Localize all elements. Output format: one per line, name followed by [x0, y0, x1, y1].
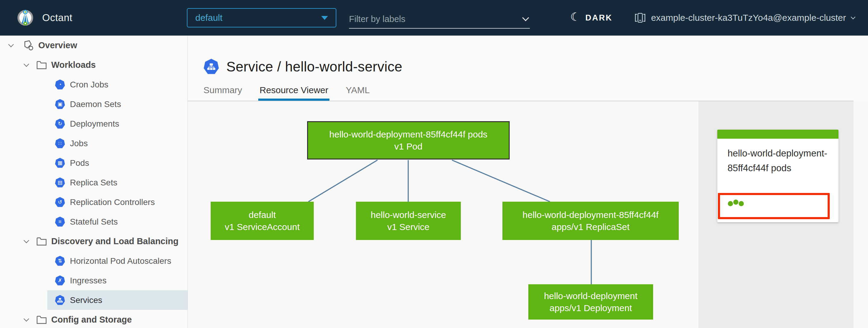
sidebar-item-label: Pods [70, 158, 89, 168]
sidebar-item-label: Deployments [70, 119, 119, 129]
pod-status-highlight-box[interactable] [718, 193, 830, 219]
tab-bar: Summary Resource Viewer YAML [204, 85, 370, 101]
pod-status-dot [733, 200, 738, 205]
sidebar-item-jobs[interactable]: ∷ Jobs [47, 133, 187, 153]
service-kind-icon [204, 59, 219, 74]
node-label: hello-world-service [371, 209, 446, 221]
node-kind: v1 Pod [394, 141, 422, 153]
sidebar-group-workloads[interactable]: Workloads [0, 55, 187, 75]
graph-node-serviceaccount[interactable]: default v1 ServiceAccount [211, 202, 314, 240]
sidebar-item-deployments[interactable]: ↻ Deployments [47, 114, 187, 133]
brand: Octant [17, 9, 187, 26]
node-label: default [249, 209, 276, 221]
pods-icon: ▦ [55, 158, 65, 168]
app-title: Octant [42, 12, 72, 24]
sidebar-item-cron-jobs[interactable]: ◔ Cron Jobs [47, 75, 187, 94]
replicationcontrollers-icon: ↺ [55, 197, 65, 207]
services-icon [55, 295, 65, 305]
node-label: hello-world-deployment-85ff4cf44f [523, 209, 658, 221]
ingresses-icon: ✗ [55, 275, 65, 286]
tab-yaml[interactable]: YAML [346, 85, 370, 101]
sidebar-item-replica-sets[interactable]: ▤ Replica Sets [47, 173, 187, 192]
sidebar-item-replication-controllers[interactable]: ↺ Replication Controllers [47, 192, 187, 212]
folder-icon [36, 237, 47, 246]
resource-graph: hello-world-deployment-85ff4cf44f pods v… [188, 101, 698, 328]
horizontalpodautoscalers-icon: ⇅ [55, 256, 65, 266]
sidebar-item-label: Discovery and Load Balancing [51, 236, 179, 246]
pod-status-dot [739, 201, 744, 206]
graph-node-replicaset[interactable]: hello-world-deployment-85ff4cf44f apps/v… [502, 202, 679, 240]
replicasets-icon: ▤ [55, 178, 65, 188]
daemonsets-icon: ▣ [55, 99, 65, 110]
sidebar-item-pods[interactable]: ▦ Pods [47, 153, 187, 173]
sidebar-item-label: Stateful Sets [70, 217, 118, 227]
page-title: Service / hello-world-service [226, 58, 402, 75]
node-kind: v1 ServiceAccount [225, 221, 300, 233]
chevron-down-icon [851, 14, 856, 19]
sidebar-item-label: Cron Jobs [70, 80, 108, 90]
graph-node-deployment[interactable]: hello-world-deployment apps/v1 Deploymen… [528, 284, 653, 320]
caret-down-icon [321, 16, 328, 20]
deployments-icon: ↻ [55, 119, 65, 129]
theme-toggle-label: DARK [585, 13, 613, 23]
card-title: hello-world-deployment-85ff4cf44f pods [727, 146, 828, 175]
sidebar-item-label: Ingresses [70, 276, 106, 286]
octant-logo-icon [17, 9, 34, 26]
sidebar-item-label: Replication Controllers [70, 198, 155, 207]
scrollbar-track[interactable] [854, 101, 868, 328]
chevron-down-icon[interactable] [24, 61, 29, 67]
cluster-icon [635, 12, 646, 24]
sidebar-group-discovery-and-load-balancing[interactable]: Discovery and Load Balancing [0, 232, 187, 251]
jobs-icon: ∷ [55, 138, 65, 149]
node-label: hello-world-deployment [544, 290, 638, 302]
sidebar-item-label: Horizontal Pod Autoscalers [70, 256, 171, 266]
chevron-down-icon[interactable] [24, 316, 29, 321]
sidebar-item-label: Jobs [70, 139, 88, 148]
graph-node-pods[interactable]: hello-world-deployment-85ff4cf44f pods v… [307, 121, 510, 159]
tab-summary[interactable]: Summary [204, 85, 242, 101]
chevron-down-icon[interactable] [522, 14, 529, 21]
top-navbar: Octant default ☾ DARK example-cluster-ka… [0, 0, 868, 36]
moon-icon: ☾ [570, 11, 581, 23]
navbar-right: ☾ DARK example-cluster-ka3TuTzYo4a@examp… [570, 12, 855, 24]
sidebar-item-label: Daemon Sets [70, 99, 121, 109]
sidebar-item-horizontal-pod-autoscalers[interactable]: ⇅ Horizontal Pod Autoscalers [47, 251, 187, 271]
sidebar-item-label: Workloads [51, 60, 96, 70]
selected-node-card: hello-world-deployment-85ff4cf44f pods [717, 130, 838, 222]
label-filter-input[interactable] [349, 14, 523, 24]
namespace-dropdown[interactable]: default [187, 8, 336, 27]
cluster-selector[interactable]: example-cluster-ka3TuTzYo4a@example-clus… [635, 12, 855, 24]
sidebar-item-overview[interactable]: Overview [0, 36, 187, 55]
sidebar-item-label: Replica Sets [70, 178, 117, 187]
chevron-down-icon[interactable] [8, 41, 13, 47]
tab-resource-viewer[interactable]: Resource Viewer [259, 85, 328, 101]
node-kind: apps/v1 Deployment [550, 302, 632, 314]
cluster-name: example-cluster-ka3TuTzYo4a@example-clus… [651, 13, 846, 23]
folder-icon [36, 60, 47, 70]
pod-status-dot [728, 201, 733, 206]
sidebar-item-label: Services [70, 295, 102, 305]
sidebar-item-ingresses[interactable]: ✗ Ingresses [47, 271, 187, 290]
sidebar-group-config-and-storage[interactable]: Config and Storage [0, 310, 187, 328]
sidebar-item-label: Overview [38, 40, 77, 50]
chevron-down-icon[interactable] [24, 238, 29, 243]
detail-panel: hello-world-deployment-85ff4cf44f pods [698, 101, 854, 328]
page-header: Service / hello-world-service Summary Re… [188, 36, 868, 101]
node-label: hello-world-deployment-85ff4cf44f pods [330, 128, 488, 141]
sidebar-item-services[interactable]: Services [47, 290, 187, 310]
card-status-bar [717, 130, 838, 139]
objects-icon [23, 40, 34, 51]
sidebar-item-stateful-sets[interactable]: ≡ Stateful Sets [47, 212, 187, 232]
pod-status-dots [728, 201, 744, 207]
node-kind: v1 Service [387, 221, 430, 233]
namespace-value: default [195, 13, 222, 23]
folder-icon [36, 315, 47, 325]
sidebar-item-daemon-sets[interactable]: ▣ Daemon Sets [47, 94, 187, 114]
graph-node-service[interactable]: hello-world-service v1 Service [356, 202, 461, 240]
sidebar-item-label: Config and Storage [51, 315, 132, 325]
sidebar: Overview Workloads ◔ Cron Jobs ▣ Daemon … [0, 36, 188, 328]
node-kind: apps/v1 ReplicaSet [552, 221, 629, 233]
theme-toggle[interactable]: ☾ DARK [570, 12, 613, 24]
label-filter [349, 10, 530, 29]
statefulsets-icon: ≡ [55, 217, 65, 227]
